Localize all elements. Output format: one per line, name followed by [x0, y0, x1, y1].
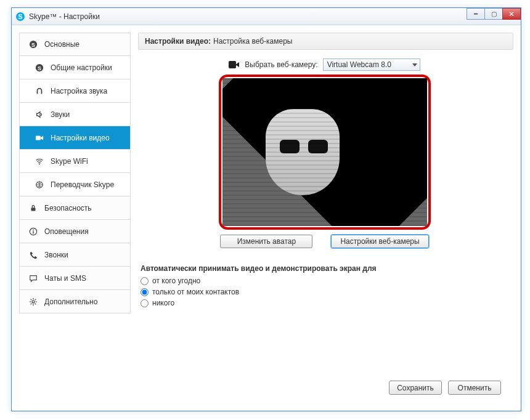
- webcam-preview-image: [222, 78, 427, 226]
- main-panel: Настройки видео: Настройка веб-камеры Вы…: [138, 33, 513, 403]
- chat-icon: [28, 273, 38, 283]
- sidebar-label: Общие настройки: [51, 63, 112, 72]
- panel-body: Выбрать веб-камеру: Virtual Webcam 8.0: [138, 50, 513, 403]
- globe-icon: [35, 180, 44, 190]
- settings-sidebar: S Основные S Общие настройки Настройка з…: [19, 33, 131, 403]
- sidebar-label: Переводчик Skype: [51, 180, 114, 189]
- wifi-icon: [35, 156, 44, 166]
- sidebar-label: Дополнительно: [44, 297, 97, 306]
- svg-point-12: [33, 229, 34, 230]
- sidebar-item-advanced[interactable]: Дополнительно: [19, 290, 131, 313]
- panel-header: Настройки видео: Настройка веб-камеры: [138, 33, 513, 50]
- cancel-button[interactable]: Отменить: [448, 381, 501, 395]
- sidebar-label: Настройки видео: [51, 134, 110, 142]
- webcam-select-row: Выбрать веб-камеру: Virtual Webcam 8.0: [141, 59, 508, 71]
- headset-icon: [35, 86, 44, 96]
- skype-icon: S: [15, 12, 25, 22]
- sidebar-item-security[interactable]: Безопасность: [19, 196, 131, 220]
- chevron-down-icon: [412, 63, 417, 67]
- settings-window: S Skype™ - Настройки ━ ▢ ✕ S Основные S …: [11, 7, 521, 411]
- svg-rect-9: [31, 208, 36, 211]
- sidebar-item-general-group[interactable]: S Основные: [19, 33, 131, 56]
- window-controls: ━ ▢ ✕: [467, 8, 521, 20]
- sidebar-item-wifi[interactable]: Skype WiFi: [19, 150, 131, 173]
- save-button[interactable]: Сохранить: [389, 381, 442, 395]
- sidebar-item-translator[interactable]: Переводчик Skype: [19, 173, 131, 196]
- auto-receive-label: Автоматически принимать видео и демонстр…: [141, 264, 508, 273]
- radio-contacts-input[interactable]: [141, 288, 149, 296]
- radio-nobody-label: никого: [152, 299, 174, 307]
- info-icon: [28, 227, 38, 236]
- close-button[interactable]: ✕: [502, 8, 521, 20]
- select-webcam-label: Выбрать веб-камеру:: [245, 60, 317, 69]
- sidebar-item-calls[interactable]: Звонки: [19, 243, 131, 267]
- sidebar-label: Чаты и SMS: [44, 274, 86, 283]
- sidebar-label: Настройка звука: [51, 87, 107, 95]
- sidebar-label: Звуки: [51, 110, 70, 119]
- svg-rect-11: [33, 231, 33, 233]
- camera-icon: [35, 133, 44, 143]
- sidebar-item-video[interactable]: Настройки видео: [19, 126, 131, 150]
- titlebar[interactable]: S Skype™ - Настройки ━ ▢ ✕: [12, 8, 521, 25]
- radio-anyone-label: от кого угодно: [152, 277, 200, 285]
- window-title: Skype™ - Настройки: [29, 12, 100, 21]
- phone-icon: [28, 250, 38, 260]
- sidebar-item-sounds[interactable]: Звуки: [19, 103, 131, 126]
- radio-anyone[interactable]: от кого угодно: [141, 277, 508, 285]
- minimize-button[interactable]: ━: [467, 8, 485, 20]
- svg-text:S: S: [18, 13, 22, 20]
- sidebar-label: Звонки: [44, 251, 68, 259]
- svg-text:S: S: [31, 42, 35, 48]
- panel-heading-rest: Настройка веб-камеры: [213, 37, 292, 46]
- svg-text:S: S: [38, 65, 41, 71]
- webcam-selected-value: Virtual Webcam 8.0: [327, 60, 391, 69]
- content-area: S Основные S Общие настройки Настройка з…: [12, 25, 521, 411]
- sidebar-item-chat-sms[interactable]: Чаты и SMS: [19, 267, 131, 290]
- sidebar-item-general[interactable]: S Общие настройки: [19, 56, 131, 79]
- lock-icon: [28, 203, 38, 213]
- radio-contacts[interactable]: только от моих контактов: [141, 288, 508, 296]
- maximize-button[interactable]: ▢: [484, 8, 503, 20]
- change-avatar-button[interactable]: Изменить аватар: [220, 235, 312, 248]
- sidebar-item-audio[interactable]: Настройка звука: [19, 79, 131, 103]
- webcam-settings-button[interactable]: Настройки веб-камеры: [331, 235, 428, 248]
- svg-point-7: [39, 163, 40, 164]
- skype-icon: S: [35, 63, 44, 73]
- webcam-dropdown[interactable]: Virtual Webcam 8.0: [323, 59, 420, 71]
- webcam-preview: [219, 75, 431, 230]
- radio-nobody-input[interactable]: [141, 299, 149, 307]
- radio-anyone-input[interactable]: [141, 277, 149, 285]
- skype-icon: S: [28, 39, 38, 49]
- svg-point-13: [32, 301, 35, 303]
- sidebar-label: Оповещения: [44, 227, 89, 236]
- camera-icon: [229, 61, 240, 68]
- sidebar-item-notifications[interactable]: Оповещения: [19, 220, 131, 243]
- dialog-footer: Сохранить Отменить: [389, 381, 501, 395]
- gear-icon: [28, 297, 38, 307]
- sidebar-label: Основные: [44, 40, 80, 49]
- preview-buttons: Изменить аватар Настройки веб-камеры: [141, 235, 508, 248]
- radio-contacts-label: только от моих контактов: [152, 288, 239, 296]
- panel-heading-bold: Настройки видео:: [145, 37, 211, 46]
- speaker-icon: [35, 110, 44, 119]
- svg-rect-6: [36, 135, 41, 140]
- sidebar-label: Безопасность: [44, 204, 92, 212]
- sidebar-label: Skype WiFi: [51, 157, 88, 166]
- radio-nobody[interactable]: никого: [141, 299, 508, 307]
